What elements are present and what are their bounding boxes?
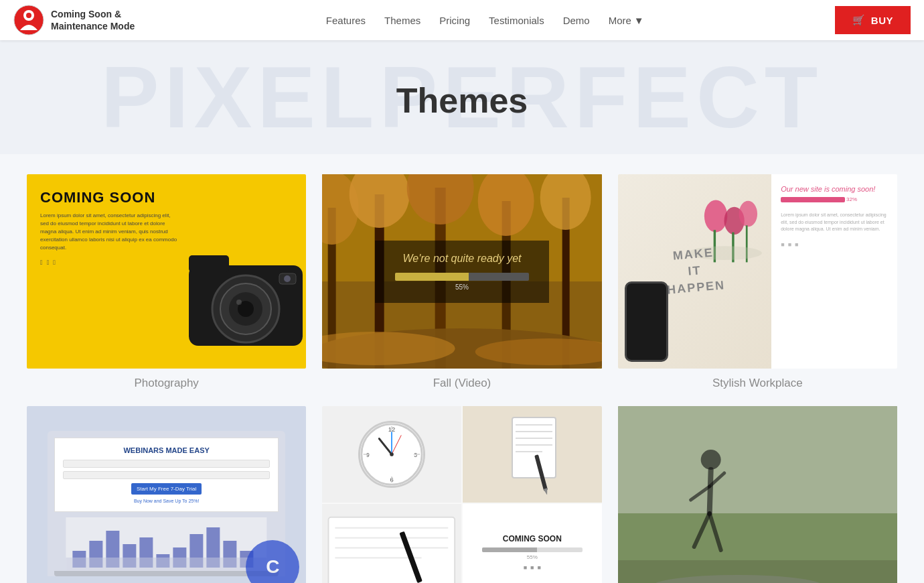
google-icon:  [53, 259, 56, 266]
webinar-trial-btn[interactable]: Start My Free 7-Day Trial [131, 483, 202, 495]
photo-social-icons:    [40, 259, 179, 266]
fall-not-ready-text: We're not quite ready yet [395, 253, 529, 265]
mini-social-icons: ■ ■ ■ [524, 564, 541, 571]
svg-rect-60 [512, 417, 556, 478]
buy-button[interactable]: 🛒 BUY [835, 6, 911, 34]
photo-text-block: COMING SOON Lorem ipsum dolor sit amet, … [40, 189, 179, 266]
workplace-body-text: Lorem ipsum dolor sit amet, consectetur … [781, 212, 888, 233]
clock-cell-bottom-left [322, 504, 461, 583]
clock-svg: 12 3 6 9 [360, 421, 423, 488]
main-nav: Features Themes Pricing Testimonials Dem… [135, 15, 835, 26]
nav-features[interactable]: Features [326, 15, 366, 26]
themes-grid: COMING SOON Lorem ipsum dolor sit amet, … [27, 174, 897, 583]
svg-rect-71 [335, 537, 449, 539]
svg-text:3: 3 [414, 452, 418, 458]
svg-point-11 [284, 275, 291, 282]
theme-webinar[interactable]: WEBINARS MADE EASY Start My Free 7-Day T… [27, 406, 306, 583]
webinar-circle: C [246, 540, 299, 583]
theme-stylish-workplace[interactable]: MAKEITHAPPEN Our new site is coming soon… [618, 174, 897, 390]
notebook-svg [502, 414, 562, 495]
notebook-closeup-svg [322, 504, 461, 583]
workplace-left: MAKEITHAPPEN [618, 174, 772, 369]
theme-clock-thumb: 12 3 6 9 [322, 406, 601, 583]
workplace-bg: MAKEITHAPPEN Our new site is coming soon… [618, 174, 897, 369]
theme-webinar-thumb: WEBINARS MADE EASY Start My Free 7-Day T… [27, 406, 306, 583]
chevron-down-icon: ▼ [634, 15, 644, 26]
workplace-progress-bar: 32% [781, 197, 845, 202]
mini-progress-bar [482, 547, 583, 552]
mini-progress-fill [482, 547, 538, 552]
svg-rect-69 [329, 517, 455, 583]
webinar-field-email [63, 471, 270, 479]
runner-bg: COMING SOON Lorem sit amet dolor iacque … [618, 406, 897, 583]
svg-rect-4 [189, 255, 229, 272]
theme-photography[interactable]: COMING SOON Lorem ipsum dolor sit amet, … [27, 174, 306, 390]
svg-marker-67 [543, 488, 548, 495]
clock-cell-bottom-right: COMING SOON 55% ■ ■ ■ [463, 504, 602, 583]
svg-rect-61 [516, 424, 552, 426]
webinar-screen: WEBINARS MADE EASY Start My Free 7-Day T… [54, 438, 279, 512]
photo-cs-body: Lorem ipsum dolor sit amet, consectetur … [40, 212, 179, 252]
svg-rect-70 [335, 527, 449, 529]
facebook-icon-mini: ■ [524, 564, 527, 571]
facebook-icon: ■ [781, 241, 784, 248]
svg-point-29 [739, 201, 758, 227]
fall-pct-label: 55% [395, 283, 529, 291]
workplace-progress-container: 32% [781, 197, 888, 202]
workplace-pct-label: 32% [846, 196, 857, 202]
runner-bg-svg [618, 406, 897, 583]
google-icon: ■ [795, 241, 798, 248]
twitter-icon: ■ [788, 241, 791, 248]
header: Coming Soon & Maintenance Mode Features … [0, 0, 924, 40]
nav-pricing[interactable]: Pricing [439, 15, 470, 26]
fall-progress-fill [395, 273, 469, 281]
theme-workplace-thumb: MAKEITHAPPEN Our new site is coming soon… [618, 174, 897, 369]
twitter-icon:  [47, 259, 50, 266]
clock-cell-top-left: 12 3 6 9 [322, 406, 461, 503]
theme-runner-thumb: COMING SOON Lorem sit amet dolor iacque … [618, 406, 897, 583]
fall-progress-bar [395, 273, 529, 281]
theme-photography-label: Photography [134, 377, 198, 390]
svg-text:9: 9 [366, 452, 370, 458]
webinar-link: Buy Now and Save Up To 25%! [63, 499, 270, 503]
svg-rect-76 [618, 406, 897, 513]
nav-more[interactable]: More ▼ [609, 15, 644, 26]
photo-bg: COMING SOON Lorem ipsum dolor sit amet, … [27, 174, 306, 369]
nav-demo[interactable]: Demo [563, 15, 590, 26]
google-icon-mini: ■ [538, 564, 541, 571]
theme-runner[interactable]: COMING SOON Lorem sit amet dolor iacque … [618, 406, 897, 583]
fall-overlay: We're not quite ready yet 55% [375, 241, 549, 303]
svg-rect-63 [516, 438, 552, 439]
svg-line-80 [709, 470, 710, 513]
svg-rect-64 [516, 444, 552, 446]
webinar-chart [54, 517, 279, 571]
svg-rect-62 [516, 431, 552, 432]
svg-rect-72 [335, 547, 449, 549]
webinar-field-name [63, 460, 270, 468]
theme-fall-video[interactable]: We're not quite ready yet 55% Fall (Vide… [322, 174, 601, 390]
mini-pct-label: 55% [527, 554, 538, 560]
nav-testimonials[interactable]: Testimonials [489, 15, 544, 26]
svg-point-79 [700, 450, 720, 470]
svg-rect-46 [66, 558, 267, 571]
webinar-bg: WEBINARS MADE EASY Start My Free 7-Day T… [27, 406, 306, 583]
workplace-right: Our new site is coming soon! 32% Lorem i… [771, 174, 897, 369]
mini-cs-title: COMING SOON [503, 534, 562, 543]
logo-text: Coming Soon & Maintenance Mode [51, 8, 135, 32]
photo-cs-title: COMING SOON [40, 189, 179, 206]
theme-fall-thumb: We're not quite ready yet 55% [322, 174, 601, 369]
hero-section: PIXELPERFECT Themes [0, 40, 924, 154]
svg-point-9 [236, 300, 242, 305]
workplace-social-icons: ■ ■ ■ [781, 241, 888, 248]
theme-photography-thumb: COMING SOON Lorem ipsum dolor sit amet, … [27, 174, 306, 369]
logo[interactable]: Coming Soon & Maintenance Mode [13, 5, 135, 36]
theme-fall-label: Fall (Video) [433, 377, 491, 390]
themes-grid-section: COMING SOON Lorem ipsum dolor sit amet, … [13, 154, 911, 583]
make-it-happen-text: MAKEITHAPPEN [664, 244, 726, 300]
theme-clock-minimal[interactable]: 12 3 6 9 [322, 406, 601, 583]
svg-point-27 [704, 200, 727, 232]
svg-point-59 [390, 452, 394, 456]
page-title: Themes [13, 80, 911, 121]
cart-icon: 🛒 [852, 14, 866, 26]
nav-themes[interactable]: Themes [384, 15, 420, 26]
